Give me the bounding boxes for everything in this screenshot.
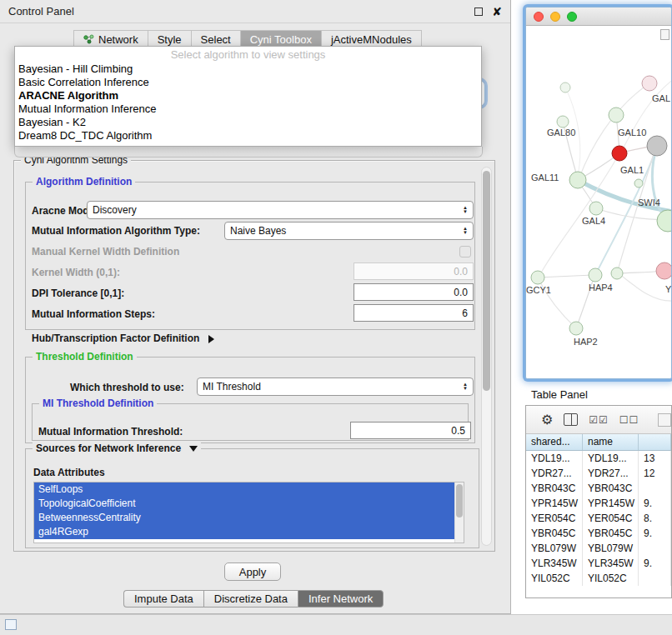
table-row[interactable]: YPR145WYPR145W9. xyxy=(526,496,671,511)
network-node-label: GCY1 xyxy=(526,285,551,295)
network-node-label: HAP4 xyxy=(589,282,613,292)
float-window-icon[interactable] xyxy=(474,8,483,16)
mi-threshold-label: Mutual Information Threshold: xyxy=(38,426,183,438)
algorithm-option-bayesian-hill-climbing[interactable]: Bayesian - Hill Climbing xyxy=(15,62,481,76)
network-node-label: GAL80 xyxy=(547,128,575,138)
apply-button[interactable]: Apply xyxy=(224,562,281,581)
zoom-traffic-button[interactable] xyxy=(567,12,577,22)
mi-steps-field[interactable]: 6 xyxy=(354,304,474,322)
table-row[interactable]: YDR27...YDR27...12 xyxy=(526,466,671,481)
algorithm-select-fragment[interactable] xyxy=(14,147,483,158)
column-header-shared[interactable]: shared... xyxy=(526,434,583,450)
minimize-traffic-button[interactable] xyxy=(550,12,560,22)
table-cell: YPR145W xyxy=(583,496,639,511)
network-canvas[interactable]: GALGAL80GAL10GAL11GAL1SWI4GAL4GCY1HAP4YH… xyxy=(526,26,671,378)
settings-scrollbar[interactable] xyxy=(481,167,492,546)
toolbar-button-fragment[interactable] xyxy=(658,413,671,427)
network-canvas-svg[interactable]: GALGAL80GAL10GAL11GAL1SWI4GAL4GCY1HAP4YH… xyxy=(526,26,671,379)
column-header-col3[interactable] xyxy=(639,434,671,450)
algorithm-option-aracne-algorithm[interactable]: ARACNE Algorithm xyxy=(15,89,481,102)
table-cell: YDR27... xyxy=(526,466,583,481)
gear-icon[interactable]: ⚙ xyxy=(541,413,553,427)
table-row[interactable]: YBL079WYBL079W xyxy=(526,541,671,556)
select-all-icon[interactable]: ☑☑ xyxy=(589,414,609,426)
dpi-tolerance-field[interactable]: 0.0 xyxy=(354,283,474,301)
table-row[interactable]: YER054CYER054C8. xyxy=(526,511,671,526)
network-node[interactable] xyxy=(589,268,602,282)
network-scrollbar-fragment[interactable] xyxy=(660,29,669,40)
network-window-titlebar[interactable] xyxy=(526,8,671,26)
network-node[interactable] xyxy=(569,322,583,335)
table-cell: 8. xyxy=(639,511,671,526)
data-attributes-list-items: SelfLoopsTopologicalCoefficientBetweenne… xyxy=(34,482,454,539)
attribute-item-topologicalcoefficient[interactable]: TopologicalCoefficient xyxy=(34,497,454,511)
settings-scrollbar-thumb[interactable] xyxy=(483,171,490,391)
bottom-tab-discretize-data[interactable]: Discretize Data xyxy=(203,590,298,608)
network-node[interactable] xyxy=(569,172,586,188)
table-row[interactable]: YIL052CYIL052C xyxy=(526,571,671,586)
attribute-item-selfloops[interactable]: SelfLoops xyxy=(34,482,454,497)
bottom-tab-impute-data[interactable]: Impute Data xyxy=(123,590,203,608)
column-header-name[interactable]: name xyxy=(583,434,639,450)
control-panel-titlebar: Control Panel ✘ xyxy=(0,0,510,23)
columns-icon[interactable] xyxy=(564,413,578,426)
table-row[interactable]: YBR043CYBR043C xyxy=(526,481,671,496)
network-node[interactable] xyxy=(647,136,667,156)
tab-label: Style xyxy=(158,33,182,46)
network-node[interactable] xyxy=(634,179,643,188)
attribute-item-gal4rgexp[interactable]: gal4RGexp xyxy=(34,525,454,539)
algorithm-option-mutual-information-inference[interactable]: Mutual Information Inference xyxy=(15,102,481,116)
close-traffic-button[interactable] xyxy=(534,12,544,22)
control-panel-window: Control Panel ✘ NetworkStyleSelectCyni T… xyxy=(0,0,511,614)
network-node[interactable] xyxy=(611,268,623,279)
bottom-tab-infer-network[interactable]: Infer Network xyxy=(298,590,384,608)
aracne-mode-select[interactable]: Discovery ▲▼ xyxy=(87,201,474,219)
algorithm-option-bayesian-k2[interactable]: Bayesian - K2 xyxy=(15,116,481,129)
algorithm-dropdown-list: Bayesian - Hill ClimbingBasic Correlatio… xyxy=(15,62,481,142)
close-icon[interactable]: ✘ xyxy=(492,6,502,18)
algorithm-option-dream8-dc-tdc-algorithm[interactable]: Dream8 DC_TDC Algorithm xyxy=(15,129,481,142)
dpi-tolerance-value: 0.0 xyxy=(454,287,468,298)
table-row[interactable]: YLR345WYLR345W9. xyxy=(526,556,671,571)
kernel-width-field[interactable]: 0.0 xyxy=(354,262,474,280)
network-node[interactable] xyxy=(642,76,657,91)
tab-label: Select xyxy=(201,33,231,46)
table-cell: YBL079W xyxy=(583,541,639,556)
chevron-updown-icon: ▲▼ xyxy=(463,227,468,235)
algorithm-dropdown-popup: Select algorithm to view settings Bayesi… xyxy=(14,46,482,147)
network-node[interactable] xyxy=(557,116,569,128)
table-cell: YBR043C xyxy=(583,481,639,496)
sources-section-toggle[interactable]: Sources for Network Inference xyxy=(33,442,201,454)
network-node[interactable] xyxy=(657,210,671,232)
network-node-label: GAL xyxy=(652,93,670,103)
network-view-window: GALGAL80GAL10GAL11GAL1SWI4GAL4GCY1HAP4YH… xyxy=(525,7,672,379)
table-panel-window: ⚙ ☑☑ ☐☐ shared...name YDL19...YDL19...13… xyxy=(525,405,672,598)
network-node[interactable] xyxy=(589,202,603,215)
table-cell: 9. xyxy=(639,526,671,541)
minimized-panel-icon[interactable] xyxy=(5,619,17,630)
table-row[interactable]: YBR045CYBR045C9. xyxy=(526,526,671,541)
data-attributes-list[interactable]: SelfLoopsTopologicalCoefficientBetweenne… xyxy=(33,482,464,543)
mi-type-select[interactable]: Naive Bayes ▲▼ xyxy=(224,222,474,240)
algorithm-definition-title: Algorithm Definition xyxy=(33,176,135,188)
network-node[interactable] xyxy=(531,271,544,284)
tab-label: Cyni Toolbox xyxy=(250,33,312,46)
algorithm-option-basic-correlation-inference[interactable]: Basic Correlation Inference xyxy=(15,76,481,89)
chevron-updown-icon: ▲▼ xyxy=(463,206,468,214)
list-scrollbar-thumb[interactable] xyxy=(456,484,463,518)
network-node[interactable] xyxy=(609,108,624,122)
attribute-item-betweennesscentrality[interactable]: BetweennessCentrality xyxy=(34,511,454,525)
deselect-all-icon[interactable]: ☐☐ xyxy=(619,414,639,426)
which-threshold-value: MI Threshold xyxy=(203,381,463,392)
network-node[interactable] xyxy=(612,146,627,161)
network-node[interactable] xyxy=(560,82,570,92)
table-body: YDL19...YDL19...13YDR27...YDR27...12YBR0… xyxy=(526,451,671,586)
hub-section-toggle[interactable]: Hub/Transcription Factor Definition xyxy=(32,332,214,344)
which-threshold-select[interactable]: MI Threshold ▲▼ xyxy=(197,378,474,396)
table-row[interactable]: YDL19...YDL19...13 xyxy=(526,451,671,466)
manual-kernel-checkbox[interactable] xyxy=(459,246,471,258)
table-cell: YER054C xyxy=(526,511,583,526)
list-scrollbar[interactable] xyxy=(454,482,464,542)
mi-threshold-field[interactable]: 0.5 xyxy=(350,422,471,439)
network-node[interactable] xyxy=(656,262,671,279)
